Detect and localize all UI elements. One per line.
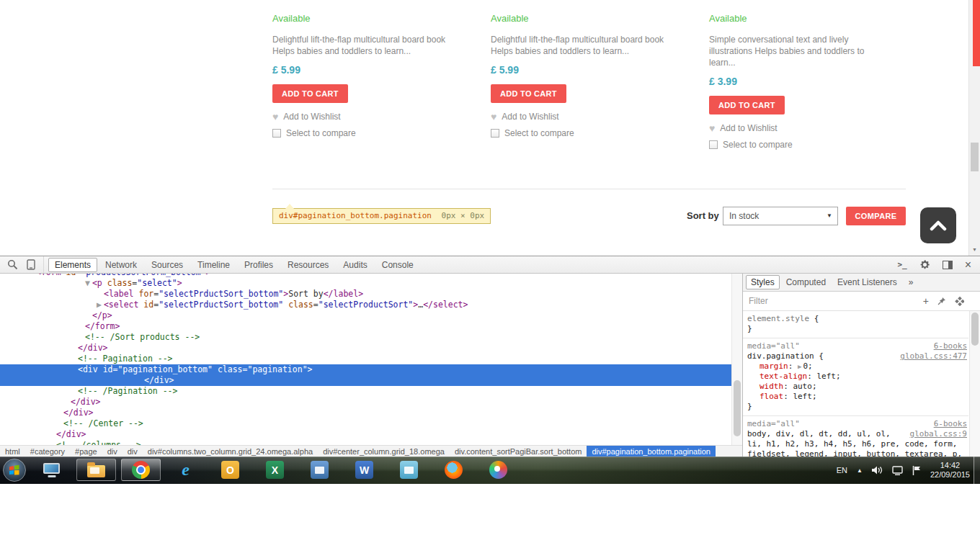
add-to-cart-button[interactable]: ADD TO CART <box>709 96 785 114</box>
start-button[interactable] <box>2 458 27 482</box>
add-to-wishlist-link[interactable]: ♥Add to Wishlist <box>491 112 709 122</box>
devtools-tab-audits[interactable]: Audits <box>337 258 373 272</box>
breadcrumb-item[interactable]: html <box>0 447 25 456</box>
styles-tab-computed[interactable]: Computed <box>781 275 831 289</box>
compare-checkbox[interactable] <box>709 140 718 149</box>
styles-tab--[interactable]: » <box>904 275 919 289</box>
elements-tree-node[interactable]: <!-- /Pagination --> <box>0 386 731 397</box>
close-icon[interactable]: × <box>965 260 971 270</box>
taskbar-outlook-button[interactable]: O <box>210 459 250 481</box>
elements-tree-node[interactable]: </div> <box>0 397 731 408</box>
elements-tree-node[interactable]: </div> <box>0 343 731 354</box>
elements-tree-node[interactable]: </div> <box>0 408 731 418</box>
show-desktop-button[interactable] <box>974 457 980 484</box>
pin-icon[interactable] <box>937 297 946 305</box>
styles-scrollbar[interactable] <box>969 311 980 457</box>
select-to-compare[interactable]: Select to compare <box>709 140 927 150</box>
elements-scrollbar[interactable] <box>731 274 742 445</box>
add-to-cart-button[interactable]: ADD TO CART <box>491 84 566 103</box>
taskbar-app-blue-button[interactable] <box>300 459 339 481</box>
devtools-tab-timeline[interactable]: Timeline <box>191 258 236 272</box>
elements-tree-node[interactable]: </form> <box>0 321 731 332</box>
compare-button[interactable]: COMPARE <box>846 207 906 225</box>
css-property[interactable]: margin: ▶0; <box>747 361 968 372</box>
css-property-name[interactable]: margin <box>760 361 788 371</box>
stylesheet-link[interactable]: 6-books <box>934 341 967 351</box>
taskbar-firefox-button[interactable] <box>434 459 473 481</box>
breadcrumb-item[interactable]: #category <box>25 447 70 456</box>
devtools-tab-resources[interactable]: Resources <box>281 258 335 272</box>
taskbar-explorer-button[interactable] <box>76 459 116 481</box>
clock[interactable]: 14:42 22/09/2015 <box>930 461 970 480</box>
scroll-to-top-button[interactable] <box>920 207 956 243</box>
breadcrumb-item[interactable]: div#pagination_bottom.pagination <box>587 446 716 457</box>
css-property[interactable]: float: left; <box>747 392 968 402</box>
taskbar-desktop-icon[interactable] <box>32 459 71 481</box>
sort-select-dropdown[interactable]: In stock ▼ <box>723 207 838 225</box>
elements-tree-node[interactable]: </div> <box>0 429 731 440</box>
breadcrumb-item[interactable]: div#center_column.grid_18.omega <box>318 447 450 456</box>
css-property-value[interactable]: left <box>816 372 836 381</box>
taskbar-excel-button[interactable]: X <box>255 459 295 481</box>
styles-filter-input[interactable]: Filter <box>749 296 768 306</box>
css-selector[interactable]: body, div, dl, dt, dd, ul, ol, <box>747 429 891 439</box>
css-selector[interactable]: div.pagination { <box>747 351 824 361</box>
elements-tree-node[interactable]: <!-- /Center --> <box>0 418 731 429</box>
css-property-value[interactable]: left <box>793 392 812 401</box>
breadcrumb-item[interactable]: #page <box>70 447 102 456</box>
css-selector[interactable]: fieldset, legend, input, button, textare… <box>747 449 962 457</box>
breadcrumb-item[interactable]: div <box>102 447 122 456</box>
add-to-cart-button[interactable]: ADD TO CART <box>272 84 348 103</box>
css-selector[interactable]: li, h1, h2, h3, h4, h5, h6, pre, code, f… <box>747 439 957 449</box>
elements-tree-node[interactable]: ▶<select id="selectPrductSort_bottom" cl… <box>0 300 731 310</box>
select-to-compare[interactable]: Select to compare <box>491 128 709 138</box>
device-toolbar-icon[interactable] <box>26 259 36 270</box>
compare-checkbox[interactable] <box>272 129 281 138</box>
css-property-name[interactable]: float <box>760 392 783 401</box>
stylesheet-link[interactable]: global.css:9 <box>910 429 967 439</box>
compare-checkbox[interactable] <box>491 129 499 138</box>
css-selector[interactable]: element.style <box>747 314 809 323</box>
breadcrumb-item[interactable]: div#columns.two_column.grid_24.omega.alp… <box>143 447 318 456</box>
taskbar-chrome-button[interactable] <box>121 459 161 481</box>
elements-tree-node[interactable]: <!-- Pagination --> <box>0 354 731 364</box>
devtools-tab-profiles[interactable]: Profiles <box>238 258 280 272</box>
styles-tab-event-listeners[interactable]: Event Listeners <box>832 275 902 289</box>
taskbar-ie-button[interactable]: e <box>166 459 205 481</box>
devtools-tab-console[interactable]: Console <box>375 258 420 272</box>
devtools-tab-network[interactable]: Network <box>99 258 143 272</box>
devtools-tab-elements[interactable]: Elements <box>48 258 97 272</box>
taskbar-paint-button[interactable] <box>478 459 518 481</box>
add-to-wishlist-link[interactable]: ♥Add to Wishlist <box>709 123 927 133</box>
styles-scrollbar-thumb[interactable] <box>971 313 979 346</box>
network-icon[interactable] <box>892 466 903 475</box>
css-property-value[interactable]: auto <box>793 382 812 391</box>
gear-icon[interactable] <box>919 259 930 270</box>
select-to-compare[interactable]: Select to compare <box>272 128 491 138</box>
css-property[interactable]: width: auto; <box>747 382 968 392</box>
console-drawer-icon[interactable]: >_ <box>897 260 906 269</box>
page-scrollbar-thumb[interactable] <box>971 143 979 171</box>
elements-tree-node[interactable]: <!-- /Sort products --> <box>0 332 731 343</box>
elements-tree-node[interactable]: </p> <box>0 310 731 321</box>
dock-side-icon[interactable] <box>943 261 953 269</box>
elements-tree-node[interactable]: <!-- /columns --> <box>0 440 731 445</box>
elements-tree-node[interactable]: <div id="pagination_bottom" class="pagin… <box>0 364 731 375</box>
taskbar-word-button[interactable]: W <box>344 459 384 481</box>
elements-tree-node[interactable]: ▼<p class="select"> <box>0 278 731 289</box>
element-state-icon[interactable] <box>955 297 964 306</box>
new-style-rule-icon[interactable]: + <box>923 297 929 305</box>
elements-scrollbar-thumb[interactable] <box>734 380 741 436</box>
breadcrumb-item[interactable]: div <box>122 447 143 456</box>
taskbar-app-teal-button[interactable] <box>389 459 429 481</box>
hidden-icons-chevron[interactable]: ▲ <box>857 467 863 474</box>
stylesheet-link[interactable]: global.css:477 <box>900 351 967 361</box>
expand-arrow-icon[interactable]: ▶ <box>798 363 801 370</box>
add-to-wishlist-link[interactable]: ♥Add to Wishlist <box>272 112 491 122</box>
elements-tree-node[interactable]: </div> <box>0 375 731 386</box>
action-center-flag-icon[interactable] <box>912 466 921 475</box>
elements-tree-node[interactable]: <label for="selectPrductSort_bottom">Sor… <box>0 289 731 300</box>
volume-icon[interactable] <box>872 466 883 475</box>
language-indicator[interactable]: EN <box>837 466 847 475</box>
devtools-tab-sources[interactable]: Sources <box>145 258 190 272</box>
